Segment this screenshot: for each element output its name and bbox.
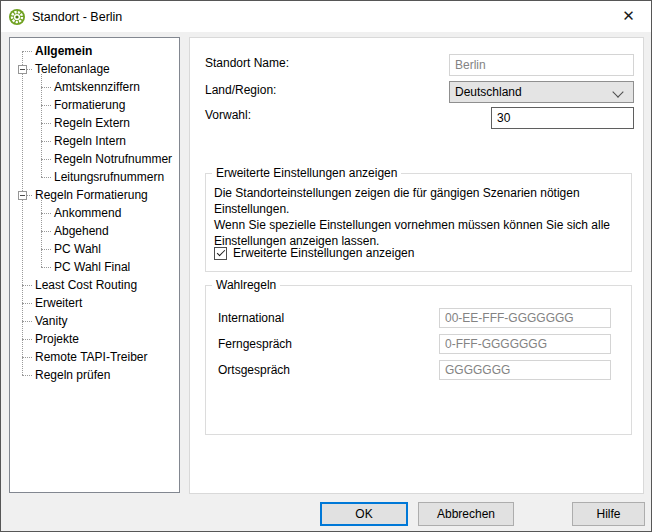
tree-connector xyxy=(41,213,51,214)
close-icon[interactable]: ✕ xyxy=(606,1,651,31)
wahlregel-input-ferngespräch[interactable] xyxy=(439,334,611,354)
tree-item-regeln-notrufnummer[interactable]: Regeln Notrufnummer xyxy=(10,150,179,168)
cancel-button[interactable]: Abbrechen xyxy=(418,502,514,526)
tree-item-formatierung[interactable]: Formatierung xyxy=(10,96,179,114)
tree-item-label: Abgehend xyxy=(54,224,109,238)
tree-connector xyxy=(22,285,32,286)
wahlregel-label: Ferngespräch xyxy=(206,337,439,351)
tree-item-leitungsrufnummern[interactable]: Leitungsrufnummern xyxy=(10,168,179,186)
tree-connector xyxy=(41,159,51,160)
tree-item-ankommend[interactable]: Ankommend xyxy=(10,204,179,222)
dialog-window: Standort - Berlin ✕ AllgemeinTelefonanla… xyxy=(0,0,652,532)
tree-items-container: AllgemeinTelefonanlageAmtskennziffernFor… xyxy=(10,42,179,384)
vorwahl-label: Vorwahl: xyxy=(205,104,251,126)
tree-item-label: Remote TAPI-Treiber xyxy=(35,350,147,364)
tree-item-label: PC Wahl Final xyxy=(54,260,130,274)
tree-item-allgemein[interactable]: Allgemein xyxy=(10,42,179,60)
tree-item-label: Regeln Intern xyxy=(54,134,126,148)
tree-item-label: Telefonanlage xyxy=(35,62,110,76)
tree-item-label: Leitungsrufnummern xyxy=(54,170,164,184)
wahlregel-label: International xyxy=(206,311,439,325)
tree-item-pc-wahl[interactable]: PC Wahl xyxy=(10,240,179,258)
chevron-down-icon xyxy=(612,86,623,97)
tree-item-amtskennziffern[interactable]: Amtskennziffern xyxy=(10,78,179,96)
tree-item-label: Projekte xyxy=(35,332,79,346)
tree-connector xyxy=(41,267,51,268)
settings-panel: Standort Name: Land/Region: Deutschland … xyxy=(189,37,644,494)
tree-connector xyxy=(27,195,32,196)
tree-item-label: PC Wahl xyxy=(54,242,101,256)
help-button[interactable]: Hilfe xyxy=(572,502,645,526)
title-bar: Standort - Berlin ✕ xyxy=(1,1,651,32)
land-region-value: Deutschland xyxy=(455,85,522,99)
wahlregeln-group-title: Wahlregeln xyxy=(212,278,280,293)
wahlregeln-rows: InternationalFerngesprächOrtsgespräch xyxy=(206,305,631,383)
standort-name-input[interactable] xyxy=(449,54,634,76)
tree-item-label: Least Cost Routing xyxy=(35,278,137,292)
advanced-settings-checkbox-label: Erweiterte Einstellungen anzeigen xyxy=(233,246,414,260)
tree-item-label: Erweitert xyxy=(35,296,82,310)
checkbox-checked-icon[interactable] xyxy=(214,247,227,260)
collapse-minus-icon[interactable] xyxy=(18,191,27,200)
ok-button[interactable]: OK xyxy=(320,502,408,526)
tree-item-regeln-formatierung[interactable]: Regeln Formatierung xyxy=(10,186,179,204)
tree-item-label: Regeln prüfen xyxy=(35,368,110,382)
tree-item-label: Regeln Notrufnummer xyxy=(54,152,172,166)
advanced-settings-description: Die Standorteinstellungen zeigen die für… xyxy=(214,185,623,249)
tree-connector xyxy=(41,231,51,232)
advanced-settings-checkbox-row[interactable]: Erweiterte Einstellungen anzeigen xyxy=(214,246,414,260)
tree-item-label: Ankommend xyxy=(54,206,121,220)
tree-item-label: Formatierung xyxy=(54,98,125,112)
tree-item-regeln-prüfen[interactable]: Regeln prüfen xyxy=(10,366,179,384)
description-line: Die Standorteinstellungen zeigen die für… xyxy=(214,185,623,217)
tree-item-label: Regeln Formatierung xyxy=(35,188,148,202)
wahlregeln-group: Wahlregeln InternationalFerngesprächOrts… xyxy=(205,285,632,435)
tree-view[interactable]: AllgemeinTelefonanlageAmtskennziffernFor… xyxy=(9,37,180,493)
wahlregel-input-ortsgespräch[interactable] xyxy=(439,360,611,380)
advanced-settings-group: Erweiterte Einstellungen anzeigen Die St… xyxy=(205,173,632,272)
tree-item-pc-wahl-final[interactable]: PC Wahl Final xyxy=(10,258,179,276)
wahlregel-label: Ortsgespräch xyxy=(206,363,439,377)
advanced-settings-group-title: Erweiterte Einstellungen anzeigen xyxy=(212,166,401,181)
wahlregel-row-ortsgespräch: Ortsgespräch xyxy=(206,357,631,383)
tree-item-projekte[interactable]: Projekte xyxy=(10,330,179,348)
tree-item-regeln-extern[interactable]: Regeln Extern xyxy=(10,114,179,132)
tree-connector xyxy=(41,123,51,124)
tree-item-label: Allgemein xyxy=(35,44,92,58)
wahlregel-input-international[interactable] xyxy=(439,308,611,328)
tree-connector xyxy=(41,141,51,142)
tree-connector xyxy=(41,87,51,88)
tree-item-telefonanlage[interactable]: Telefonanlage xyxy=(10,60,179,78)
tree-connector xyxy=(22,339,32,340)
tree-item-label: Amtskennziffern xyxy=(54,80,140,94)
tree-item-erweitert[interactable]: Erweitert xyxy=(10,294,179,312)
vorwahl-input[interactable] xyxy=(491,107,634,129)
standort-name-label: Standort Name: xyxy=(205,52,289,74)
tree-connector xyxy=(22,321,32,322)
collapse-minus-icon[interactable] xyxy=(18,65,27,74)
tree-item-label: Vanity xyxy=(35,314,67,328)
tree-item-least-cost-routing[interactable]: Least Cost Routing xyxy=(10,276,179,294)
tree-connector xyxy=(41,177,51,178)
tree-connector xyxy=(22,357,32,358)
land-region-label: Land/Region: xyxy=(205,79,276,101)
tree-item-remote-tapi-treiber[interactable]: Remote TAPI-Treiber xyxy=(10,348,179,366)
tree-connector xyxy=(22,51,32,52)
tree-item-abgehend[interactable]: Abgehend xyxy=(10,222,179,240)
app-icon xyxy=(9,9,25,25)
tree-connector xyxy=(27,69,32,70)
description-line: Wenn Sie spezielle Einstellungen vornehm… xyxy=(214,217,623,233)
tree-item-regeln-intern[interactable]: Regeln Intern xyxy=(10,132,179,150)
tree-item-label: Regeln Extern xyxy=(54,116,130,130)
window-title: Standort - Berlin xyxy=(32,10,122,24)
wahlregel-row-international: International xyxy=(206,305,631,331)
wahlregel-row-ferngespräch: Ferngespräch xyxy=(206,331,631,357)
tree-connector xyxy=(41,249,51,250)
tree-connector xyxy=(22,375,32,376)
tree-connector xyxy=(22,303,32,304)
land-region-select[interactable]: Deutschland xyxy=(449,81,634,103)
tree-item-vanity[interactable]: Vanity xyxy=(10,312,179,330)
tree-connector xyxy=(41,105,51,106)
